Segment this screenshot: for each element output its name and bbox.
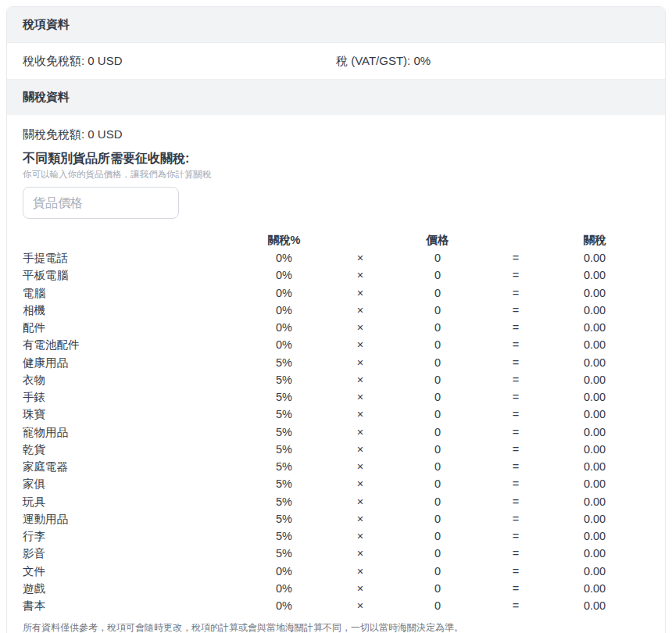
equals-symbol: = xyxy=(477,441,555,458)
equals-symbol: = xyxy=(477,354,555,371)
category-cell: 平板電腦 xyxy=(23,266,246,284)
duty-table-row: 平板電腦0%×0=0.00 xyxy=(23,266,651,284)
price-cell: 0 xyxy=(399,580,477,597)
rate-cell: 0% xyxy=(246,563,322,580)
equals-symbol: = xyxy=(477,493,555,510)
duty-amount-cell: 0.00 xyxy=(555,545,651,562)
multiply-symbol: × xyxy=(322,249,399,266)
price-cell: 0 xyxy=(399,597,477,614)
multiply-symbol: × xyxy=(322,406,399,423)
multiply-symbol: × xyxy=(322,545,399,562)
duty-table-row: 手錶5%×0=0.00 xyxy=(23,388,651,406)
equals-symbol: = xyxy=(477,371,555,388)
equals-symbol: = xyxy=(477,388,555,406)
multiply-symbol: × xyxy=(322,302,399,319)
duty-amount-cell: 0.00 xyxy=(555,493,651,510)
equals-symbol: = xyxy=(477,545,555,562)
price-cell: 0 xyxy=(399,388,477,406)
tax-section-title: 稅項資料 xyxy=(23,17,70,32)
equals-symbol: = xyxy=(477,528,555,545)
multiply-symbol: × xyxy=(322,336,399,353)
category-cell: 手錶 xyxy=(23,388,246,406)
equals-symbol: = xyxy=(477,458,555,475)
equals-symbol: = xyxy=(477,406,555,423)
category-cell: 有電池配件 xyxy=(23,336,246,353)
category-cell: 玩具 xyxy=(23,493,246,510)
category-cell: 電腦 xyxy=(23,284,246,302)
multiply-symbol: × xyxy=(322,580,399,597)
multiply-symbol: × xyxy=(322,458,399,475)
equals-symbol: = xyxy=(477,249,555,266)
multiply-symbol: × xyxy=(322,563,399,580)
multiply-symbol: × xyxy=(322,354,399,371)
rate-cell: 0% xyxy=(246,284,322,302)
rate-cell: 0% xyxy=(246,266,322,284)
duty-table-body: 手提電話0%×0=0.00平板電腦0%×0=0.00電腦0%×0=0.00相機0… xyxy=(23,249,651,614)
category-cell: 手提電話 xyxy=(23,249,246,266)
category-cell: 衣物 xyxy=(23,371,246,388)
duty-amount-cell: 0.00 xyxy=(555,458,651,475)
category-cell: 文件 xyxy=(23,563,246,580)
equals-symbol: = xyxy=(477,284,555,302)
price-cell: 0 xyxy=(399,424,477,441)
multiply-symbol: × xyxy=(322,319,399,336)
rate-cell: 5% xyxy=(246,510,322,528)
price-cell: 0 xyxy=(399,266,477,284)
duty-table-row: 家俱5%×0=0.00 xyxy=(23,475,651,492)
duty-amount-cell: 0.00 xyxy=(555,354,651,371)
equals-symbol: = xyxy=(477,266,555,284)
multiply-symbol: × xyxy=(322,493,399,510)
duty-amount-cell: 0.00 xyxy=(555,580,651,597)
rate-cell: 5% xyxy=(246,354,322,371)
price-cell: 0 xyxy=(399,284,477,302)
equals-symbol: = xyxy=(477,597,555,614)
disclaimer-text: 所有資料僅供參考，稅項可會隨時更改，稅項的計算或會與當地海關計算不同，一切以當時… xyxy=(23,621,649,633)
duty-table-row: 運動用品5%×0=0.00 xyxy=(23,510,651,528)
rate-cell: 5% xyxy=(246,406,322,423)
category-cell: 家庭電器 xyxy=(23,458,246,475)
category-cell: 家俱 xyxy=(23,475,246,492)
price-cell: 0 xyxy=(399,458,477,475)
duty-section-header: 關稅資料 xyxy=(7,80,665,115)
duty-calc-hint: 你可以輸入你的貨品價格，讓我們為你計算關稅 xyxy=(23,169,649,181)
duty-amount-cell: 0.00 xyxy=(555,441,651,458)
price-cell: 0 xyxy=(399,406,477,423)
duty-table-row: 行李5%×0=0.00 xyxy=(23,528,651,545)
duty-amount-cell: 0.00 xyxy=(555,475,651,492)
tax-allowance-label: 稅收免稅額: 0 USD xyxy=(23,54,336,69)
price-cell: 0 xyxy=(399,249,477,266)
duty-allowance-label: 關稅免稅額: 0 USD xyxy=(23,127,649,142)
price-cell: 0 xyxy=(399,545,477,562)
rate-cell: 5% xyxy=(246,528,322,545)
price-cell: 0 xyxy=(399,475,477,492)
category-cell: 健康用品 xyxy=(23,354,246,371)
duty-amount-cell: 0.00 xyxy=(555,336,651,353)
multiply-symbol: × xyxy=(322,510,399,528)
price-cell: 0 xyxy=(399,493,477,510)
duty-amount-cell: 0.00 xyxy=(555,563,651,580)
rate-cell: 0% xyxy=(246,580,322,597)
goods-price-input[interactable] xyxy=(23,187,179,219)
equals-symbol: = xyxy=(477,319,555,336)
price-cell: 0 xyxy=(399,371,477,388)
rate-cell: 5% xyxy=(246,458,322,475)
duty-amount-cell: 0.00 xyxy=(555,406,651,423)
category-cell: 乾貨 xyxy=(23,441,246,458)
equals-symbol: = xyxy=(477,510,555,528)
duty-amount-cell: 0.00 xyxy=(555,284,651,302)
rate-cell: 5% xyxy=(246,424,322,441)
duty-table-row: 手提電話0%×0=0.00 xyxy=(23,249,651,266)
price-cell: 0 xyxy=(399,354,477,371)
equals-symbol: = xyxy=(477,475,555,492)
duty-table-row: 相機0%×0=0.00 xyxy=(23,302,651,319)
rate-cell: 0% xyxy=(246,249,322,266)
price-cell: 0 xyxy=(399,510,477,528)
equals-symbol: = xyxy=(477,336,555,353)
multiply-symbol: × xyxy=(322,371,399,388)
duty-amount-cell: 0.00 xyxy=(555,597,651,614)
duty-table-row: 影音5%×0=0.00 xyxy=(23,545,651,562)
price-cell: 0 xyxy=(399,302,477,319)
tax-info-card: 稅項資料 稅收免稅額: 0 USD 稅 (VAT/GST): 0% 關稅資料 關… xyxy=(6,6,666,633)
rate-cell: 5% xyxy=(246,388,322,406)
duty-amount-cell: 0.00 xyxy=(555,249,651,266)
